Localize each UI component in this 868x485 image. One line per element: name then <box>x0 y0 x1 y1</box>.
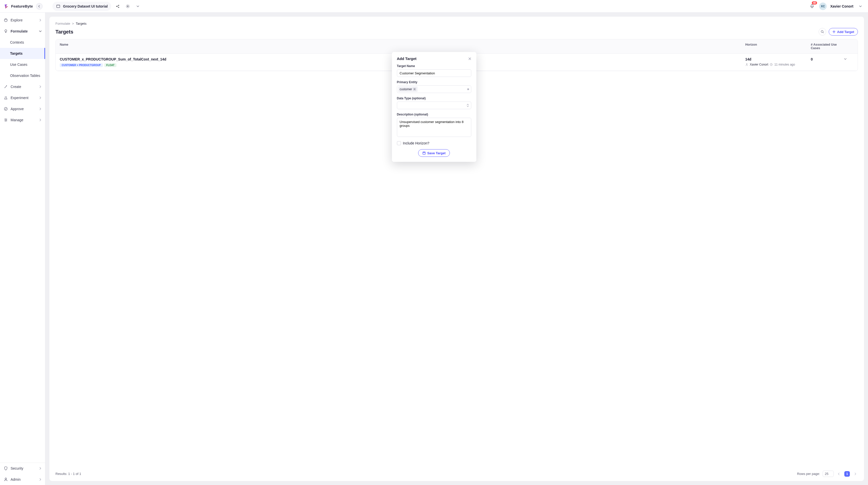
entity-chip: customer ✕ <box>398 87 417 92</box>
chevron-right-icon <box>39 467 41 469</box>
type-tag: FLOAT <box>104 63 117 67</box>
sidebar-item-manage[interactable]: Manage <box>0 115 45 125</box>
clock-icon <box>770 63 773 66</box>
prev-page-button[interactable] <box>836 471 842 477</box>
bell-icon <box>810 4 814 8</box>
svg-point-11 <box>5 121 6 121</box>
sidebar-item-label: Security <box>10 466 24 471</box>
clear-entities-button[interactable] <box>467 88 469 91</box>
primary-entity-input[interactable]: customer ✕ <box>397 86 471 93</box>
expand-row-button[interactable] <box>843 57 854 61</box>
breadcrumb-leaf: Targets <box>76 22 87 26</box>
sidebar-item-label: Experiment <box>10 96 29 100</box>
add-target-button[interactable]: Add Target <box>829 28 858 35</box>
wand-icon <box>3 85 8 89</box>
description-label: Description (optional) <box>397 113 471 116</box>
table-footer: Results: 1 - 1 of 1 Rows per page: 25 1 <box>56 467 858 477</box>
avatar[interactable]: XC <box>819 2 827 10</box>
sidebar-item-explore[interactable]: Explore <box>0 14 45 26</box>
breadcrumb-root[interactable]: Formulate <box>56 22 70 26</box>
svg-point-9 <box>5 119 5 120</box>
svg-point-5 <box>127 5 128 6</box>
add-target-label: Add Target <box>837 30 854 34</box>
sidebar-item-targets[interactable]: Targets <box>0 48 45 59</box>
results-summary: Results: 1 - 1 of 1 <box>56 472 81 476</box>
settings-button[interactable] <box>124 3 131 10</box>
target-name-input[interactable] <box>397 69 471 77</box>
sidebar-item-label: Targets <box>10 52 23 56</box>
chevron-left-icon <box>38 5 40 7</box>
description-textarea[interactable] <box>397 118 471 137</box>
save-target-button[interactable]: Save Target <box>418 149 450 157</box>
svg-point-3 <box>119 5 119 5</box>
data-type-label: Data Type (optional) <box>397 96 471 100</box>
breadcrumb: Formulate > Targets <box>56 22 858 26</box>
col-name: Name <box>60 43 745 47</box>
sidebar-item-security[interactable]: Security <box>0 463 45 474</box>
chevron-down-icon <box>859 5 862 7</box>
shield-icon <box>3 466 8 471</box>
catalog-name: Grocery Dataset UI tutorial <box>63 4 107 8</box>
sidebar-item-label: Admin <box>10 478 21 482</box>
add-target-modal: Add Target Target Name Primary Entity cu… <box>392 52 476 162</box>
sidebar-item-label: Explore <box>10 18 23 22</box>
chevron-left-icon <box>838 473 840 475</box>
col-horizon: Horizon <box>745 43 811 47</box>
sidebar-item-admin[interactable]: Admin <box>0 474 45 485</box>
include-horizon-label: Include Horizon? <box>403 141 430 145</box>
include-horizon-checkbox[interactable] <box>397 141 401 145</box>
brand-logo[interactable]: FeatureByte <box>4 3 33 9</box>
svg-point-13 <box>821 30 823 32</box>
svg-point-10 <box>6 120 7 121</box>
sidebar-item-contexts[interactable]: Contexts <box>0 37 45 48</box>
catalog-selector[interactable]: Grocery Dataset UI tutorial <box>53 2 111 11</box>
horizon-value: 14d <box>745 57 811 61</box>
chevron-right-icon <box>854 473 857 475</box>
collapse-sidebar-button[interactable] <box>36 3 42 9</box>
page-number-current[interactable]: 1 <box>844 471 850 477</box>
modal-close-button[interactable] <box>468 57 471 60</box>
search-button[interactable] <box>818 28 826 35</box>
created-age: 11 minutes ago <box>774 63 795 66</box>
sidebar: Explore Formulate Contexts Targets Use C… <box>0 12 45 485</box>
sidebar-item-approve[interactable]: Approve <box>0 103 45 115</box>
sidebar-item-experiment[interactable]: Experiment <box>0 92 45 103</box>
author-name: Xavier Conort <box>750 63 768 66</box>
sidebar-item-label: Manage <box>10 118 24 122</box>
brain-icon <box>3 18 8 23</box>
catalog-icon <box>56 4 61 8</box>
search-icon <box>820 30 824 33</box>
user-icon <box>745 63 748 66</box>
col-assoc: # Associated Use Cases <box>811 43 843 50</box>
chevron-down-icon <box>843 57 854 61</box>
chevron-right-icon <box>39 119 41 121</box>
share-button[interactable] <box>114 3 121 10</box>
chevron-down-icon <box>39 30 41 32</box>
chip-remove-button[interactable]: ✕ <box>413 88 416 91</box>
catalog-chevron[interactable] <box>134 3 142 10</box>
data-type-select[interactable] <box>397 101 471 109</box>
sidebar-item-label: Contexts <box>10 40 24 44</box>
select-chevrons-icon <box>466 103 469 107</box>
share-icon <box>116 4 120 8</box>
next-page-button[interactable] <box>852 471 858 477</box>
chevron-right-icon <box>39 108 41 110</box>
close-icon <box>467 88 469 91</box>
user-name: Xavier Conort <box>830 4 854 8</box>
brand-name: FeatureByte <box>11 4 33 8</box>
svg-point-8 <box>4 108 7 111</box>
sidebar-item-observation-tables[interactable]: Observation Tables <box>0 70 45 81</box>
user-menu-chevron[interactable] <box>857 3 864 10</box>
sidebar-item-label: Create <box>10 85 21 89</box>
sidebar-item-create[interactable]: Create <box>0 81 45 92</box>
assoc-count: 0 <box>811 57 843 61</box>
check-circle-icon <box>3 107 8 111</box>
sidebar-item-use-cases[interactable]: Use Cases <box>0 59 45 70</box>
svg-point-4 <box>119 7 119 7</box>
notification-badge: 40 <box>812 1 817 4</box>
svg-point-14 <box>746 63 747 64</box>
rows-per-page-select[interactable]: 25 <box>823 471 834 477</box>
notifications-button[interactable]: 40 <box>808 3 815 10</box>
sidebar-item-formulate[interactable]: Formulate <box>0 26 45 37</box>
sliders-icon <box>3 118 8 122</box>
